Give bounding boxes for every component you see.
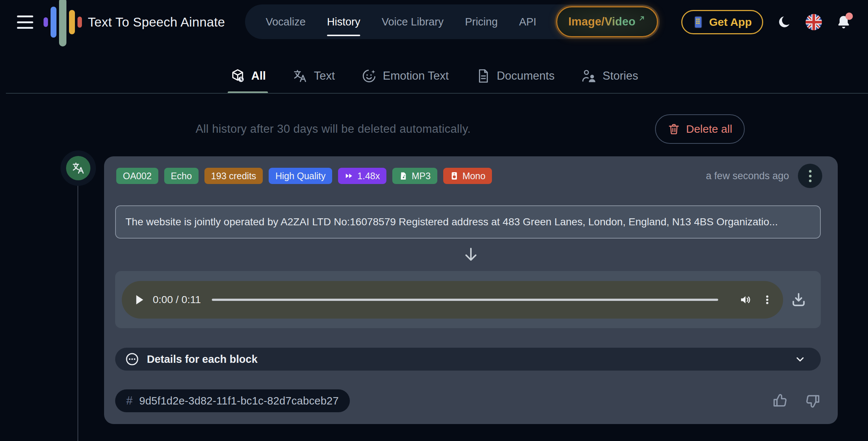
details-expander[interactable]: Details for each block: [115, 348, 821, 371]
moon-icon: [776, 14, 792, 30]
generation-id-pill: # 9d5f1d2e-3d82-11f1-bc1c-82d7cabceb27: [115, 389, 350, 412]
delete-all-label: Delete all: [686, 123, 732, 135]
badge-quality-label: High Quality: [275, 171, 326, 181]
header-divider: [6, 93, 868, 94]
card-meta: a few seconds ago: [706, 164, 822, 188]
history-item-type-avatar: [61, 150, 96, 186]
badge-credits-label: 193 credits: [211, 171, 256, 181]
thumbs-up-button[interactable]: [771, 392, 788, 409]
audio-player: 0:00 / 0:11: [122, 281, 783, 319]
audio-menu-button[interactable]: [762, 294, 773, 305]
tab-documents[interactable]: Documents: [475, 58, 555, 94]
history-card: OA002 Echo 193 credits High Quality 1.48…: [104, 156, 838, 424]
main-nav: Vocalize History Voice Library Pricing A…: [245, 4, 660, 39]
tab-all-label: All: [251, 69, 266, 83]
language-selector[interactable]: [805, 14, 822, 31]
cube-clock-icon: [230, 68, 245, 84]
emotion-smiley-icon: [361, 68, 377, 84]
card-menu-button[interactable]: [798, 164, 822, 188]
timeline-line: [78, 185, 78, 441]
tab-all[interactable]: All: [230, 58, 266, 94]
translate-icon: [292, 68, 308, 84]
tab-emotion-text[interactable]: Emotion Text: [361, 58, 449, 94]
notification-badge: [845, 13, 853, 20]
badge-voice-code: OA002: [116, 168, 158, 184]
audio-file-icon: [399, 171, 408, 180]
nav-item-voice-library[interactable]: Voice Library: [382, 4, 444, 39]
thumbs-down-button[interactable]: [805, 392, 822, 409]
download-button[interactable]: [783, 291, 814, 308]
phone-icon: [693, 16, 704, 28]
notifications-button[interactable]: [836, 14, 852, 30]
badge-speed: 1.48x: [338, 168, 386, 184]
header-actions: Get App: [681, 0, 852, 44]
tts-text-preview: The website is jointly operated by A2ZAI…: [115, 205, 821, 239]
volume-button[interactable]: [739, 293, 752, 306]
external-link-icon: [638, 14, 646, 22]
nav-item-pricing[interactable]: Pricing: [465, 4, 498, 39]
card-header-row: OA002 Echo 193 credits High Quality 1.48…: [116, 164, 822, 188]
tab-stories[interactable]: Stories: [581, 58, 638, 94]
tab-text[interactable]: Text: [292, 58, 335, 94]
speaker-icon: [450, 171, 459, 180]
people-icon: [581, 68, 597, 84]
audio-progress-bar[interactable]: [212, 299, 718, 301]
details-label: Details for each block: [147, 353, 258, 365]
image-video-button[interactable]: Image/Video: [556, 6, 658, 37]
tab-text-label: Text: [314, 69, 335, 83]
app-title: Text To Speech Ainnate: [88, 0, 225, 44]
uk-flag-icon: [805, 14, 822, 31]
tts-text: The website is jointly operated by A2ZAI…: [125, 216, 778, 228]
retention-notice: All history after 30 days will be delete…: [196, 122, 471, 136]
play-button[interactable]: [132, 292, 147, 307]
badge-channel-label: Mono: [462, 171, 486, 181]
document-icon: [475, 68, 491, 84]
tab-emotion-text-label: Emotion Text: [383, 69, 449, 83]
badge-format: MP3: [392, 168, 437, 184]
get-app-button[interactable]: Get App: [681, 10, 763, 34]
delete-all-button[interactable]: Delete all: [655, 114, 745, 144]
nav-item-vocalize[interactable]: Vocalize: [266, 4, 306, 39]
history-type-tabs: All Text Emotion Text Documents Stories: [0, 58, 868, 94]
app-root: Text To Speech Ainnate Vocalize History …: [0, 0, 868, 441]
feedback-buttons: [771, 392, 822, 409]
fast-forward-icon: [345, 171, 354, 180]
badge-credits: 193 credits: [204, 168, 263, 184]
badge-channel: Mono: [443, 168, 492, 184]
top-header: Text To Speech Ainnate Vocalize History …: [0, 0, 868, 44]
tab-stories-label: Stories: [603, 69, 638, 83]
translate-icon: [66, 156, 90, 180]
tab-documents-label: Documents: [497, 69, 555, 83]
hash-icon: #: [126, 394, 132, 407]
circled-ellipsis-icon: [125, 352, 140, 367]
nav-item-api[interactable]: API: [519, 4, 537, 39]
app-logo[interactable]: [44, 0, 82, 44]
hamburger-menu-icon[interactable]: [17, 15, 33, 29]
down-arrow-icon: [462, 246, 480, 265]
dark-mode-toggle[interactable]: [776, 14, 792, 30]
badge-list: OA002 Echo 193 credits High Quality 1.48…: [116, 168, 492, 184]
badge-voice-code-label: OA002: [123, 171, 152, 181]
nav-item-history[interactable]: History: [327, 4, 360, 39]
card-footer-row: # 9d5f1d2e-3d82-11f1-bc1c-82d7cabceb27: [115, 389, 822, 412]
trash-icon: [668, 123, 680, 135]
badge-quality: High Quality: [269, 168, 332, 184]
audio-time: 0:00 / 0:11: [153, 294, 201, 306]
chevron-down-icon[interactable]: [794, 353, 806, 365]
badge-voice-name-label: Echo: [171, 171, 192, 181]
generation-id: 9d5f1d2e-3d82-11f1-bc1c-82d7cabceb27: [139, 395, 339, 407]
badge-voice-name: Echo: [164, 168, 199, 184]
audio-player-container: 0:00 / 0:11: [115, 271, 821, 328]
image-video-label: Image/Video: [568, 15, 636, 28]
timestamp: a few seconds ago: [706, 170, 789, 182]
get-app-label: Get App: [709, 16, 752, 28]
badge-speed-label: 1.48x: [357, 171, 380, 181]
badge-format-label: MP3: [411, 171, 430, 181]
